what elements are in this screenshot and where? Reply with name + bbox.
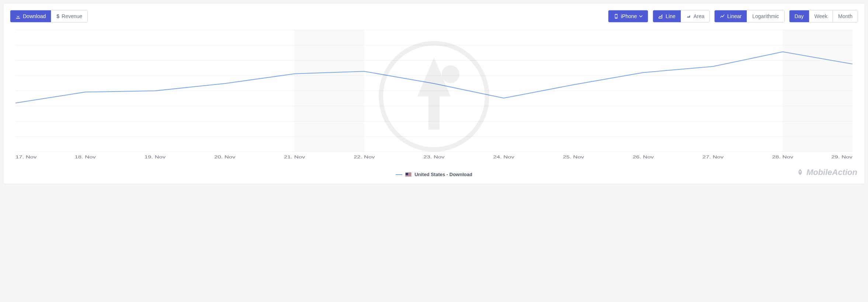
period-group: Day Week Month [789,10,858,23]
series-line [15,52,853,103]
toolbar-right: iPhone Line Area Linear [608,10,858,23]
chevron-down-icon [639,14,643,18]
line-chart-icon [658,14,663,19]
linear-label: Linear [727,13,742,19]
svg-rect-7 [406,176,412,176]
x-tick: 20. Nov [214,155,235,159]
download-button[interactable]: Download [10,10,51,22]
chart-svg: 17. Nov18. Nov19. Nov20. Nov21. Nov22. N… [10,26,858,167]
trend-icon [720,14,725,19]
scale-group: Linear Logarithmic [714,10,784,23]
svg-rect-9 [406,173,408,175]
week-button[interactable]: Week [809,10,833,22]
brand-label: MobileAction [806,168,857,177]
brand-watermark: MobileAction [796,168,857,177]
legend-line [396,174,402,175]
area-chart-icon [686,14,691,19]
x-tick: 29. Nov [831,155,853,159]
chart-panel: Download $ Revenue iPhone Line [3,3,865,184]
device-select[interactable]: iPhone [608,10,648,22]
rocket-icon [796,168,804,176]
x-tick: 23. Nov [423,155,444,159]
chart-type-group: Line Area [653,10,710,23]
month-label: Month [838,13,853,19]
x-tick: 21. Nov [284,155,305,159]
x-tick: 17. Nov [15,155,37,159]
x-tick: 18. Nov [75,155,96,159]
log-label: Logarithmic [752,13,779,19]
legend: United States - Download [10,172,858,177]
area-label: Area [694,13,705,19]
day-button[interactable]: Day [789,10,809,22]
x-tick: 25. Nov [563,155,584,159]
device-group: iPhone [608,10,649,23]
toolbar: Download $ Revenue iPhone Line [10,10,858,23]
x-tick: 19. Nov [145,155,166,159]
device-label: iPhone [621,13,637,19]
line-label: Line [666,13,675,19]
x-tick: 27. Nov [702,155,723,159]
svg-rect-6 [406,175,412,176]
line-button[interactable]: Line [653,10,681,22]
x-tick: 22. Nov [354,155,375,159]
revenue-label: Revenue [62,13,82,19]
linear-button[interactable]: Linear [715,10,747,22]
download-label: Download [23,13,46,19]
dollar-icon: $ [56,13,59,19]
download-icon [15,14,21,19]
legend-label: United States - Download [414,172,472,177]
day-label: Day [795,13,804,19]
month-button[interactable]: Month [833,10,858,22]
x-tick: 24. Nov [493,155,514,159]
phone-icon [614,14,619,19]
us-flag-icon [405,172,412,177]
week-label: Week [815,13,828,19]
toolbar-left: Download $ Revenue [10,10,88,23]
chart-area: 17. Nov18. Nov19. Nov20. Nov21. Nov22. N… [10,26,858,167]
area-button[interactable]: Area [681,10,710,22]
x-tick: 28. Nov [772,155,793,159]
revenue-button[interactable]: $ Revenue [51,10,87,22]
metric-group: Download $ Revenue [10,10,88,23]
x-tick: 26. Nov [633,155,654,159]
log-button[interactable]: Logarithmic [747,10,784,22]
